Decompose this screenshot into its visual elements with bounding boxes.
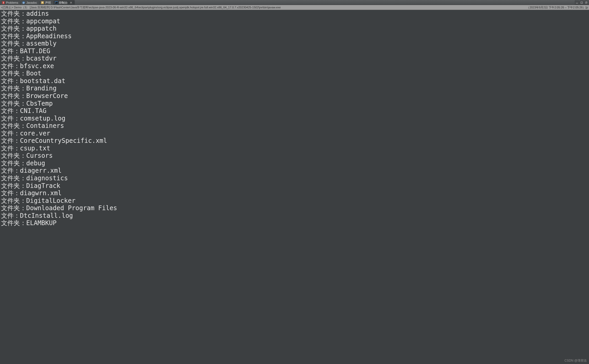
- svg-rect-1: [3, 2, 4, 3]
- console-line: 文件：DtcInstall.log: [1, 212, 588, 220]
- console-line: 文件夹：apppatch: [1, 25, 588, 32]
- console-line: 文件：csup.txt: [1, 145, 588, 152]
- console-line: 文件：CNI.TAG: [1, 107, 588, 115]
- tab-label: 控制台: [59, 1, 68, 5]
- minimize-button[interactable]: [575, 1, 579, 5]
- console-line: 文件：bootstat.dat: [1, 77, 588, 85]
- console-line: 文件夹：Branding: [1, 85, 588, 92]
- console-line: 文件夹：assembly: [1, 40, 588, 47]
- console-line: 文件夹：addins: [1, 10, 588, 18]
- tab-console[interactable]: 控制台: [53, 0, 75, 5]
- console-line: 文件：diagerr.xml: [1, 167, 588, 175]
- javadoc-icon: @: [22, 1, 25, 4]
- console-icon: [55, 1, 58, 4]
- tab-problems[interactable]: Problems: [1, 0, 20, 5]
- svg-rect-7: [42, 2, 43, 3]
- console-line: 文件夹：bcastdvr: [1, 55, 588, 62]
- console-line: 文件夹：BrowserCore: [1, 92, 588, 100]
- console-line: 文件：comsetup.log: [1, 115, 588, 122]
- console-output[interactable]: 文件夹：addins文件夹：appcompat文件夹：apppatch文件夹：A…: [0, 10, 589, 364]
- problems-icon: [2, 1, 5, 4]
- svg-rect-11: [55, 2, 56, 2]
- svg-rect-14: [576, 3, 578, 3]
- console-timestamp: （2023年9月2日 下午2:05:26 – 下午2:05:26）[p: [527, 6, 588, 9]
- restore-button[interactable]: [584, 1, 588, 5]
- maximize-button[interactable]: [580, 1, 584, 5]
- svg-rect-6: [42, 2, 43, 2]
- console-line: 文件：bfsvc.exe: [1, 62, 588, 70]
- console-line: 文件夹：debug: [1, 160, 588, 167]
- console-line: 文件夹：Downloaded Program Files: [1, 204, 588, 212]
- svg-text:@: @: [23, 2, 25, 4]
- console-line: 文件夹：CbsTemp: [1, 100, 588, 107]
- svg-rect-17: [585, 2, 587, 3]
- tab-javadoc[interactable]: @ Javadoc: [21, 0, 39, 5]
- svg-rect-8: [42, 3, 43, 3]
- view-tab-strip: Problems @ Javadoc 声明 控制台: [0, 0, 589, 5]
- console-line: 文件夹：AppReadiness: [1, 32, 588, 40]
- console-line: 文件夹：appcompat: [1, 18, 588, 25]
- console-line: 文件夹：ELAMBKUP: [1, 219, 588, 227]
- declaration-icon: [41, 1, 44, 4]
- console-line: 文件：core.ver: [1, 130, 588, 137]
- console-line: 文件夹：diagnostics: [1, 175, 588, 182]
- console-status-line: <已终止> Demo（3） [Java 应用程序] D:\FlashCenter…: [0, 5, 589, 10]
- view-window-buttons: [575, 1, 589, 5]
- console-line: 文件：CoreCountrySpecific.xml: [1, 137, 588, 145]
- tab-label: Javadoc: [26, 1, 37, 4]
- tab-declaration[interactable]: 声明: [40, 0, 53, 5]
- close-icon[interactable]: [70, 1, 72, 4]
- console-line: 文件夹：DigitalLocker: [1, 197, 588, 205]
- console-line: 文件夹：Boot: [1, 70, 588, 77]
- tab-label: Problems: [6, 1, 18, 4]
- console-line: 文件夹：DiagTrack: [1, 182, 588, 190]
- console-line: 文件：BATT.DEG: [1, 47, 588, 55]
- svg-rect-2: [3, 3, 4, 4]
- svg-rect-15: [581, 2, 582, 3]
- console-process-label: <已终止> Demo（3） [Java 应用程序] D:\FlashCenter…: [1, 6, 281, 9]
- console-line: 文件夹：Containers: [1, 122, 588, 130]
- console-line: 文件：diagwrn.xml: [1, 189, 588, 197]
- console-line: 文件夹：Cursors: [1, 152, 588, 160]
- tab-label: 声明: [45, 1, 51, 5]
